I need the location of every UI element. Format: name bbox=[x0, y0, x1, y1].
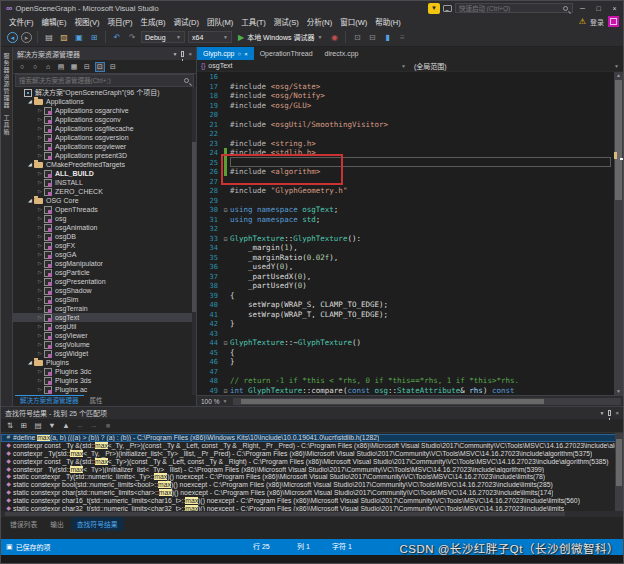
code-line[interactable]: 20 bbox=[197, 110, 614, 120]
result-row[interactable]: ◆static constexpr bool(std::numeric_limi… bbox=[1, 481, 623, 489]
open-file-icon[interactable]: ▨ bbox=[58, 33, 70, 42]
pending-changes-filter-icon[interactable]: ▦ bbox=[69, 63, 79, 71]
close-button[interactable]: × bbox=[608, 3, 621, 14]
tree-item[interactable]: ▷ZERO_CHECK bbox=[13, 187, 196, 196]
menu-item[interactable]: 窗口(W) bbox=[336, 16, 371, 27]
code-line[interactable]: 18#include <osg/Notify> bbox=[197, 91, 614, 101]
sidebar-tab[interactable]: 属性 bbox=[85, 396, 108, 406]
code-line[interactable]: 45{ bbox=[197, 348, 614, 358]
collapse-all-icon[interactable]: ⊟ bbox=[108, 63, 118, 71]
code-line[interactable]: 32 bbox=[197, 224, 614, 234]
collapsed-arrow-icon[interactable]: ▷ bbox=[36, 223, 44, 232]
tree-item[interactable]: ▷osgViewer bbox=[13, 331, 196, 340]
collapsed-arrow-icon[interactable]: ▷ bbox=[36, 304, 44, 313]
result-row[interactable]: ◆static constexpr char16_t(std::numeric_… bbox=[1, 497, 623, 505]
collapsed-arrow-icon[interactable]: ▷ bbox=[36, 367, 44, 376]
code-line[interactable]: 49⊟int GlyphTexture::compare(const osg::… bbox=[197, 386, 614, 396]
editor-tab[interactable]: Glyph.cpp○× bbox=[197, 47, 254, 60]
tree-item[interactable]: ▷osgUtil bbox=[13, 322, 196, 331]
stop-icon[interactable]: ■ bbox=[103, 421, 113, 430]
quick-launch-input[interactable] bbox=[456, 5, 563, 12]
tool-window-tab[interactable]: 错误列表 bbox=[4, 517, 43, 531]
code-line[interactable]: 28#include "GlyphGeometry.h" bbox=[197, 186, 614, 196]
tree-item[interactable]: ▷osgWidget bbox=[13, 349, 196, 358]
group-icon[interactable]: ▤ bbox=[33, 421, 43, 430]
menu-item[interactable]: 测试(S) bbox=[270, 16, 303, 27]
result-row[interactable]: ◆constexpr const _Ty &(std::max<_Ty>)(co… bbox=[1, 458, 623, 466]
collapsed-arrow-icon[interactable]: ▷ bbox=[36, 385, 44, 394]
collapsed-arrow-icon[interactable]: ▷ bbox=[36, 331, 44, 340]
tree-item[interactable]: ▷osgTerrain bbox=[13, 304, 196, 313]
collapsed-arrow-icon[interactable]: ▷ bbox=[36, 178, 44, 187]
editor-horizontal-scrollbar[interactable] bbox=[233, 398, 621, 405]
sidebar-tab[interactable]: 解决方案资源管理器 bbox=[15, 395, 84, 406]
code-line[interactable]: 47 bbox=[197, 367, 614, 377]
fold-marker-icon[interactable]: ⊟ bbox=[221, 338, 230, 348]
platform-select[interactable]: x64▼ bbox=[188, 31, 232, 43]
step-icon[interactable]: ⊟ bbox=[366, 33, 378, 42]
tree-item[interactable]: ▷osgSim bbox=[13, 295, 196, 304]
tree-item[interactable]: ◢Applications bbox=[13, 97, 196, 106]
collapsed-arrow-icon[interactable]: ▷ bbox=[36, 313, 44, 322]
save-icon[interactable]: ▣ bbox=[73, 33, 85, 42]
user-avatar[interactable] bbox=[608, 16, 619, 27]
code-line[interactable]: 17#include <osg/State> bbox=[197, 82, 614, 92]
tool-window-tab[interactable]: 查找符号结果 bbox=[71, 517, 124, 531]
collapsed-arrow-icon[interactable]: ▷ bbox=[36, 214, 44, 223]
expanded-arrow-icon[interactable]: ◢ bbox=[26, 196, 34, 205]
code-line[interactable]: 36 _usedY(0), bbox=[197, 262, 614, 272]
collapsed-arrow-icon[interactable]: ▷ bbox=[36, 340, 44, 349]
more-commands-icon[interactable]: ≡ bbox=[396, 33, 408, 42]
fold-marker-icon[interactable]: ⊟ bbox=[221, 386, 230, 396]
menu-item[interactable]: 项目(P) bbox=[104, 16, 137, 27]
pin-icon[interactable] bbox=[608, 410, 611, 416]
tree-item[interactable]: ▷osgAnimation bbox=[13, 223, 196, 232]
home-icon[interactable]: ⌂ bbox=[43, 63, 53, 70]
filter-icon[interactable]: ▼ bbox=[428, 3, 440, 14]
chevron-down-icon[interactable]: ▼ bbox=[173, 51, 178, 57]
tree-item[interactable]: ◢Plugins bbox=[13, 358, 196, 367]
solution-search-box[interactable] bbox=[15, 74, 194, 87]
tree-item[interactable]: ▷osgPresentation bbox=[13, 277, 196, 286]
collapsed-arrow-icon[interactable]: ▷ bbox=[36, 106, 44, 115]
tree-item[interactable]: ▷Applications osgversion bbox=[13, 133, 196, 142]
collapsed-arrow-icon[interactable]: ▷ bbox=[36, 277, 44, 286]
tree-item[interactable]: ▷osgManipulator bbox=[13, 259, 196, 268]
code-line[interactable]: 38 _partUsedY(0) bbox=[197, 281, 614, 291]
collapsed-arrow-icon[interactable]: ▷ bbox=[36, 322, 44, 331]
nav-forward-icon[interactable]: ▸ bbox=[21, 32, 32, 43]
result-row[interactable]: ◆static constexpr char(std::numeric_limi… bbox=[1, 489, 623, 497]
code-line[interactable]: 35 _marginRatio(0.02f), bbox=[197, 253, 614, 263]
solution-search-input[interactable] bbox=[16, 77, 184, 84]
expand-icon[interactable]: ▼ bbox=[47, 421, 57, 430]
tree-item[interactable]: ▷osgShadow bbox=[13, 286, 196, 295]
profiler-icon[interactable]: ◉ bbox=[328, 33, 340, 42]
tree-item[interactable]: ▷Applications osgconv bbox=[13, 115, 196, 124]
code-line[interactable]: 40 setWrap(WRAP_S, CLAMP_TO_EDGE); bbox=[197, 300, 614, 310]
collapsed-arrow-icon[interactable]: ▷ bbox=[36, 115, 44, 124]
result-row[interactable]: ◆constexpr _Ty(std::max<_Ty, _Pr>)(initi… bbox=[1, 450, 623, 458]
types-dropdown[interactable]: {} osgText ▼ bbox=[197, 60, 410, 71]
go-forward-icon[interactable]: → bbox=[89, 421, 99, 430]
code-line[interactable]: 33⊟GlyphTexture::GlyphTexture(): bbox=[197, 234, 614, 244]
code-line[interactable]: 39{ bbox=[197, 291, 614, 301]
code-line[interactable]: 48// return -1 if *this < *rhs, 0 if *th… bbox=[197, 376, 614, 386]
refresh-icon[interactable]: ⊡ bbox=[95, 62, 105, 72]
configuration-select[interactable]: Debug▼ bbox=[141, 31, 185, 43]
menu-item[interactable]: 工具(T) bbox=[237, 16, 270, 27]
code-line[interactable]: 23#include <string.h> bbox=[197, 139, 614, 149]
collapsed-arrow-icon[interactable]: ▷ bbox=[36, 169, 44, 178]
result-row[interactable]: ◆constexpr _Ty(std::max<_Ty>)(initialize… bbox=[1, 466, 623, 474]
forward-icon[interactable]: ○ bbox=[30, 63, 40, 70]
fold-marker-icon[interactable]: ⊟ bbox=[221, 205, 230, 215]
results-horizontal-scrollbar[interactable] bbox=[1, 511, 623, 517]
code-line[interactable]: 26#include <algorithm> bbox=[197, 167, 614, 177]
menu-item[interactable]: 分析(N) bbox=[303, 16, 336, 27]
tree-item[interactable]: ▷INSTALL bbox=[13, 178, 196, 187]
code-line[interactable]: 46} bbox=[197, 357, 614, 367]
code-line[interactable]: 25 bbox=[197, 158, 614, 168]
activity-tab[interactable]: 服务器资源管理器 bbox=[2, 53, 11, 109]
collapsed-arrow-icon[interactable]: ▷ bbox=[36, 286, 44, 295]
code-line[interactable]: 34 _margin(1), bbox=[197, 243, 614, 253]
pin-icon[interactable] bbox=[181, 51, 184, 57]
